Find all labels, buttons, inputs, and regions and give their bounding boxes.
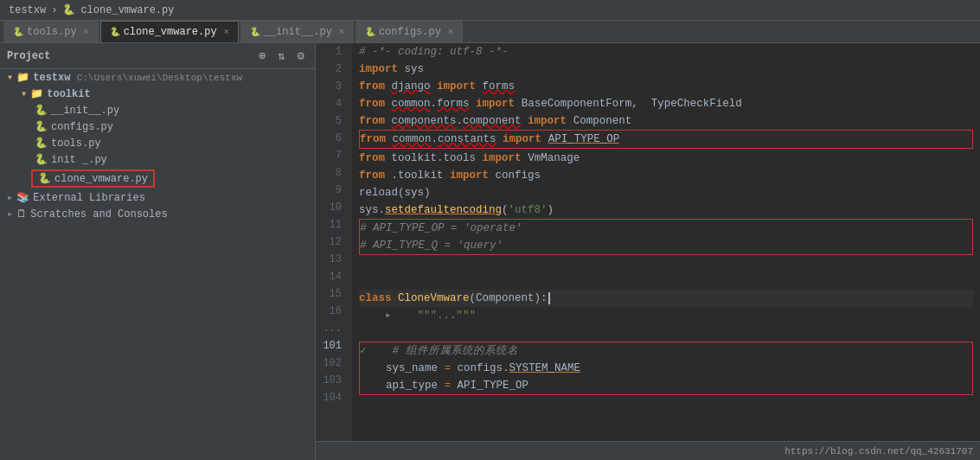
tab-init-label: __init__.py xyxy=(264,26,332,38)
tree-label-ext-libs: External Libraries xyxy=(33,192,145,204)
code-line-102: sys_name = configs.SYSTEM_NAME xyxy=(360,360,972,377)
py-icon-init2: 🐍 xyxy=(35,153,48,166)
code-line-10: sys.setdefaultencoding('utf8') xyxy=(359,201,973,219)
expand-icon-ext-libs: ▸ xyxy=(7,191,13,204)
py-icon-clone: 🐍 xyxy=(38,172,51,185)
tree-label-tools-py: tools.py xyxy=(51,137,101,150)
editor-area: 1 2 3 4 5 6 7 8 9 10 11 12 13 14 15 16 .… xyxy=(316,43,980,460)
tree-item-external-libs[interactable]: ▸ 📚 External Libraries xyxy=(0,189,315,206)
code-line-2: import sys xyxy=(359,61,973,78)
code-line-101: ✓ # 组件所属系统的系统名 xyxy=(360,342,972,360)
status-url: https://blog.csdn.net/qq_42631707 xyxy=(785,446,973,457)
tree-label-testxw: testxw C:\Users\xuwei\Desktop\testxw xyxy=(33,72,242,84)
code-line-3: from django import forms xyxy=(359,78,973,95)
tree-label-init-py: __init__.py xyxy=(51,105,119,117)
code-line-16: ▸ """...""" xyxy=(359,307,973,324)
tree-label-scratches: Scratches and Consoles xyxy=(30,208,167,220)
sys-block: ✓ # 组件所属系统的系统名 sys_name = configs.SYSTEM… xyxy=(359,342,973,395)
tab-configs-label: configs.py xyxy=(379,26,441,38)
commented-block: # API_TYPE_OP = 'operate' # API_TYPE_Q =… xyxy=(359,219,973,255)
title-project: testxw xyxy=(9,4,46,16)
tab-configs-close[interactable]: × xyxy=(448,28,453,37)
title-file-icon: 🐍 xyxy=(62,3,75,16)
py-icon-configs: 🐍 xyxy=(35,120,48,133)
py-icon-init: 🐍 xyxy=(35,104,48,117)
tab-clone-icon: 🐍 xyxy=(110,27,120,37)
code-line-13 xyxy=(359,255,973,272)
code-line-11: # API_TYPE_OP = 'operate' xyxy=(360,220,972,237)
tab-configs[interactable]: 🐍 configs.py × xyxy=(355,21,463,42)
code-editor[interactable]: 1 2 3 4 5 6 7 8 9 10 11 12 13 14 15 16 .… xyxy=(316,43,980,441)
code-content[interactable]: # -*- coding: utf-8 -*- import sys from … xyxy=(352,43,980,441)
code-line-6: from common.constants import API_TYPE_OP xyxy=(359,130,973,149)
folder-icon-toolkit: 📁 xyxy=(30,87,43,100)
py-icon-tools: 🐍 xyxy=(35,137,48,150)
tab-configs-icon: 🐍 xyxy=(365,27,375,37)
tab-init-icon: 🐍 xyxy=(250,27,260,37)
code-line-4: from common.forms import BaseComponentFo… xyxy=(359,95,973,112)
left-panel: Project ⊕ ⇅ ⚙ ▾ 📁 testxw C:\Users\xuwei\… xyxy=(0,43,316,460)
tab-tools-icon: 🐍 xyxy=(13,27,23,37)
title-bar: testxw › 🐍 clone_vmware.py xyxy=(0,0,980,21)
tree-label-init2-py: init _.py xyxy=(51,154,107,166)
scratch-icon: 🗒 xyxy=(16,208,27,220)
expand-icon-scratches: ▸ xyxy=(7,208,13,220)
lib-icon: 📚 xyxy=(16,191,29,204)
toolbar-settings-icon[interactable]: ⚙ xyxy=(294,47,308,65)
tree-label-toolkit: toolkit xyxy=(47,88,90,100)
title-sep: › xyxy=(51,4,57,16)
tree-item-init-py[interactable]: 🐍 __init__.py xyxy=(0,102,315,118)
tab-clone-vmware[interactable]: 🐍 clone_vmware.py × xyxy=(100,21,239,42)
project-tree: ▾ 📁 testxw C:\Users\xuwei\Desktop\testxw… xyxy=(0,69,315,460)
line-numbers: 1 2 3 4 5 6 7 8 9 10 11 12 13 14 15 16 .… xyxy=(316,43,352,441)
tab-tools-close[interactable]: × xyxy=(84,28,89,37)
code-line-9: reload(sys) xyxy=(359,184,973,201)
code-line-104 xyxy=(359,395,973,412)
tree-item-configs-py[interactable]: 🐍 configs.py xyxy=(0,118,315,135)
code-line-5: from components.component import Compone… xyxy=(359,112,973,130)
tab-tools-label: tools.py xyxy=(27,26,77,38)
code-line-7: from toolkit.tools import VmManage xyxy=(359,150,973,167)
toolbar-add-icon[interactable]: ⊕ xyxy=(255,47,269,65)
tree-item-init2-py[interactable]: 🐍 init _.py xyxy=(0,151,315,168)
tab-init-close[interactable]: × xyxy=(339,28,344,37)
code-line-8: from .toolkit import configs xyxy=(359,167,973,184)
code-line-103: api_type = API_TYPE_OP xyxy=(360,377,972,394)
left-toolbar: Project ⊕ ⇅ ⚙ xyxy=(0,43,315,69)
folder-expand-icon: ▾ xyxy=(7,71,13,84)
code-line-12: # API_TYPE_Q = 'query' xyxy=(360,237,972,254)
folder-expand-icon-toolkit: ▾ xyxy=(21,87,27,100)
status-bar: https://blog.csdn.net/qq_42631707 xyxy=(316,441,980,460)
tab-clone-label: clone_vmware.py xyxy=(124,26,217,38)
project-label: Project xyxy=(7,50,250,62)
tree-item-tools-py[interactable]: 🐍 tools.py xyxy=(0,135,315,151)
tab-bar: 🐍 tools.py × 🐍 clone_vmware.py × 🐍 __ini… xyxy=(0,21,980,43)
toolbar-sync-icon[interactable]: ⇅ xyxy=(274,47,288,65)
title-file: clone_vmware.py xyxy=(80,4,174,16)
code-line-1: # -*- coding: utf-8 -*- xyxy=(359,43,973,61)
tree-item-scratches[interactable]: ▸ 🗒 Scratches and Consoles xyxy=(0,206,315,222)
code-line-ellipsis xyxy=(359,324,973,342)
tree-label-configs-py: configs.py xyxy=(51,121,113,133)
tree-item-toolkit[interactable]: ▾ 📁 toolkit xyxy=(0,86,315,102)
tree-item-clone-vmware-py[interactable]: 🐍 clone_vmware.py xyxy=(0,168,315,189)
tab-init[interactable]: 🐍 __init__.py × xyxy=(240,21,354,42)
folder-icon-testxw: 📁 xyxy=(16,71,29,84)
tree-item-testxw[interactable]: ▾ 📁 testxw C:\Users\xuwei\Desktop\testxw xyxy=(0,69,315,86)
code-line-15: class CloneVmware(Component): xyxy=(359,290,973,307)
main-area: Project ⊕ ⇅ ⚙ ▾ 📁 testxw C:\Users\xuwei\… xyxy=(0,43,980,460)
tab-clone-close[interactable]: × xyxy=(224,28,229,37)
tab-tools[interactable]: 🐍 tools.py × xyxy=(3,21,99,42)
tree-label-clone-py: clone_vmware.py xyxy=(54,173,148,185)
code-line-14 xyxy=(359,272,973,290)
